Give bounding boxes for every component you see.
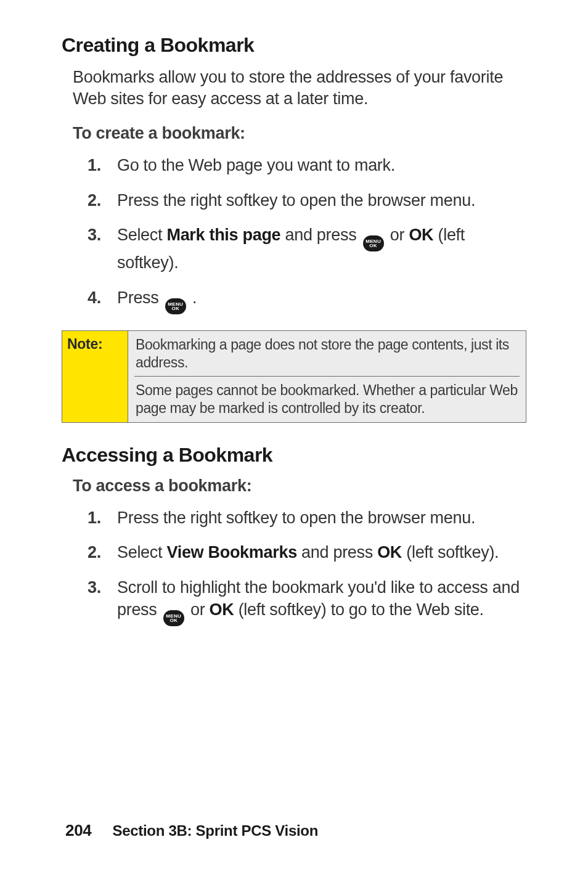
text-fragment: Select <box>117 226 166 244</box>
step-1: 1. Press the right softkey to open the b… <box>88 507 526 529</box>
content-area: Creating a Bookmark Bookmarks allow you … <box>62 34 526 821</box>
text-fragment: and press <box>297 543 377 561</box>
step-2: 2. Select View Bookmarks and press OK (l… <box>88 541 526 563</box>
icon-label: MENUOK <box>168 302 183 311</box>
text-bold: Mark this page <box>166 226 280 244</box>
intro-paragraph: Bookmarks allow you to store the address… <box>73 67 526 109</box>
lead-create: To create a bookmark: <box>73 124 526 143</box>
icon-label: MENUOK <box>166 614 181 623</box>
note-line-2: Some pages cannot be bookmarked. Whether… <box>128 377 526 422</box>
text-fragment: Press <box>117 288 163 307</box>
step-text: Scroll to highlight the bookmark you'd l… <box>117 578 520 619</box>
step-number: 1. <box>88 154 101 176</box>
heading-creating-bookmark: Creating a Bookmark <box>62 34 526 57</box>
steps-access: 1. Press the right softkey to open the b… <box>62 507 526 627</box>
note-label: Note: <box>67 336 102 352</box>
step-number: 3. <box>88 576 101 598</box>
text-fragment: . <box>188 288 197 307</box>
step-text: Select Mark this page and press MENUOK o… <box>117 226 465 272</box>
footer-section: Section 3B: Sprint PCS Vision <box>112 822 318 839</box>
text-bold: OK <box>210 600 234 619</box>
step-text: Press the right softkey to open the brow… <box>117 191 475 210</box>
step-text: Go to the Web page you want to mark. <box>117 156 395 174</box>
text-bold: OK <box>377 543 402 561</box>
text-bold: OK <box>409 226 433 244</box>
step-2: 2. Press the right softkey to open the b… <box>88 189 526 211</box>
text-bold: View Bookmarks <box>166 543 296 561</box>
step-text: Press MENUOK . <box>117 288 197 307</box>
step-3: 3. Scroll to highlight the bookmark you'… <box>88 576 526 627</box>
step-4: 4. Press MENUOK . <box>88 287 526 314</box>
note-label-cell: Note: <box>62 330 128 422</box>
steps-create: 1. Go to the Web page you want to mark. … <box>62 154 526 314</box>
lead-access: To access a bookmark: <box>73 476 526 496</box>
step-number: 2. <box>88 541 101 563</box>
menu-ok-icon: MENUOK <box>163 610 184 626</box>
step-number: 1. <box>88 507 101 529</box>
icon-label: MENUOK <box>365 239 381 248</box>
step-3: 3. Select Mark this page and press MENUO… <box>88 224 526 274</box>
text-fragment: Select <box>117 543 166 561</box>
step-1: 1. Go to the Web page you want to mark. <box>88 154 526 176</box>
step-number: 4. <box>88 287 101 309</box>
text-fragment: or <box>386 226 409 244</box>
text-fragment: or <box>186 600 210 619</box>
note-body-cell: Bookmarking a page does not store the pa… <box>128 330 526 422</box>
text-fragment: (left softkey) to go to the Web site. <box>234 600 483 619</box>
step-number: 2. <box>88 189 101 211</box>
page-number: 204 <box>65 821 91 840</box>
heading-accessing-bookmark: Accessing a Bookmark <box>62 444 526 467</box>
menu-ok-icon: MENUOK <box>363 235 384 251</box>
note-line-1: Bookmarking a page does not store the pa… <box>128 331 526 377</box>
note-box: Note: Bookmarking a page does not store … <box>62 330 526 423</box>
page-footer: 204 Section 3B: Sprint PCS Vision <box>62 821 526 845</box>
page: Creating a Bookmark Bookmarks allow you … <box>0 0 588 882</box>
text-fragment: (left softkey). <box>402 543 499 561</box>
text-fragment: and press <box>280 226 361 244</box>
step-number: 3. <box>88 224 101 246</box>
menu-ok-icon: MENUOK <box>165 298 186 314</box>
step-text: Select View Bookmarks and press OK (left… <box>117 543 499 561</box>
step-text: Press the right softkey to open the brow… <box>117 508 475 527</box>
